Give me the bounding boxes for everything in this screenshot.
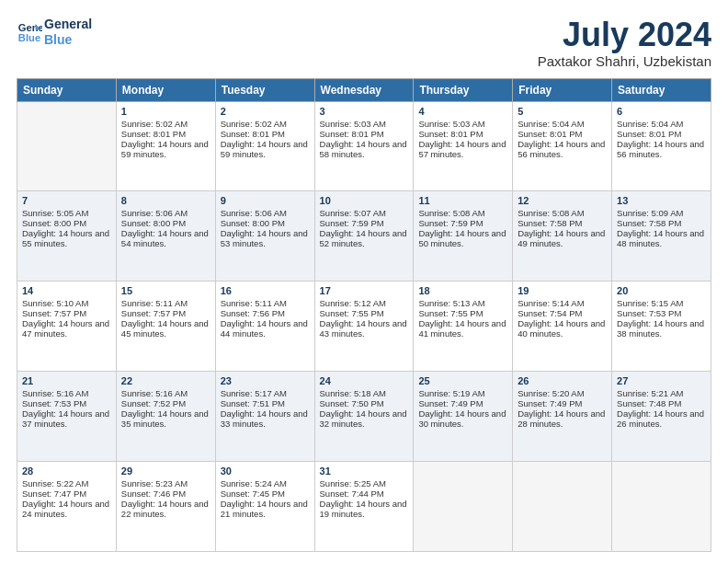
sunrise: Sunrise: 5:06 AM xyxy=(221,208,287,218)
day-number: 31 xyxy=(320,465,409,477)
day-cell: 25 Sunrise: 5:19 AM Sunset: 7:49 PM Dayl… xyxy=(414,372,513,462)
sunrise: Sunrise: 5:11 AM xyxy=(221,298,287,308)
sunrise: Sunrise: 5:21 AM xyxy=(617,388,683,398)
sunset: Sunset: 8:00 PM xyxy=(121,218,186,228)
day-cell: 7 Sunrise: 5:05 AM Sunset: 8:00 PM Dayli… xyxy=(17,191,117,282)
sunset: Sunset: 8:01 PM xyxy=(418,129,483,139)
sunrise: Sunrise: 5:08 AM xyxy=(518,208,584,218)
daylight-label: Daylight: 14 hours and 45 minutes. xyxy=(121,318,209,339)
day-number: 7 xyxy=(22,195,111,206)
daylight-label: Daylight: 14 hours and 49 minutes. xyxy=(518,228,605,248)
header-row: SundayMondayTuesdayWednesdayThursdayFrid… xyxy=(17,78,711,101)
sunset: Sunset: 7:45 PM xyxy=(221,488,285,499)
daylight-label: Daylight: 14 hours and 57 minutes. xyxy=(418,139,506,159)
daylight-label: Daylight: 14 hours and 32 minutes. xyxy=(320,408,407,429)
week-row-4: 21 Sunrise: 5:16 AM Sunset: 7:53 PM Dayl… xyxy=(17,372,711,462)
day-number: 29 xyxy=(121,465,210,477)
daylight-label: Daylight: 14 hours and 24 minutes. xyxy=(22,499,109,519)
sunset: Sunset: 7:56 PM xyxy=(221,308,285,318)
day-cell: 8 Sunrise: 5:06 AM Sunset: 8:00 PM Dayli… xyxy=(116,191,215,282)
daylight-label: Daylight: 14 hours and 56 minutes. xyxy=(518,139,605,159)
sunset: Sunset: 8:00 PM xyxy=(22,218,86,228)
daylight-label: Daylight: 14 hours and 41 minutes. xyxy=(418,318,506,339)
logo: General Blue General Blue xyxy=(17,17,92,48)
sunset: Sunset: 7:52 PM xyxy=(121,398,186,408)
day-cell: 28 Sunrise: 5:22 AM Sunset: 7:47 PM Dayl… xyxy=(17,462,117,552)
day-cell: 24 Sunrise: 5:18 AM Sunset: 7:50 PM Dayl… xyxy=(314,372,414,462)
day-cell: 23 Sunrise: 5:17 AM Sunset: 7:51 PM Dayl… xyxy=(215,372,314,462)
daylight-label: Daylight: 14 hours and 35 minutes. xyxy=(121,408,209,429)
day-number: 28 xyxy=(22,465,111,477)
day-number: 21 xyxy=(22,375,111,386)
sunset: Sunset: 7:55 PM xyxy=(320,308,384,318)
day-number: 13 xyxy=(617,195,706,206)
sunset: Sunset: 7:57 PM xyxy=(121,308,186,318)
day-cell: 1 Sunrise: 5:02 AM Sunset: 8:01 PM Dayli… xyxy=(116,101,215,191)
day-number: 2 xyxy=(221,106,310,117)
daylight-label: Daylight: 14 hours and 28 minutes. xyxy=(518,408,605,429)
column-header-friday: Friday xyxy=(513,78,612,101)
day-cell: 22 Sunrise: 5:16 AM Sunset: 7:52 PM Dayl… xyxy=(116,372,215,462)
daylight-label: Daylight: 14 hours and 40 minutes. xyxy=(518,318,605,339)
sunset: Sunset: 8:01 PM xyxy=(518,129,582,139)
week-row-2: 7 Sunrise: 5:05 AM Sunset: 8:00 PM Dayli… xyxy=(17,191,711,282)
day-cell: 30 Sunrise: 5:24 AM Sunset: 7:45 PM Dayl… xyxy=(215,462,314,552)
sunrise: Sunrise: 5:15 AM xyxy=(617,298,683,308)
daylight-label: Daylight: 14 hours and 44 minutes. xyxy=(221,318,308,339)
column-header-tuesday: Tuesday xyxy=(215,78,314,101)
svg-text:Blue: Blue xyxy=(18,32,40,43)
day-cell: 3 Sunrise: 5:03 AM Sunset: 8:01 PM Dayli… xyxy=(314,101,414,191)
day-number: 15 xyxy=(121,285,210,296)
sunset: Sunset: 7:55 PM xyxy=(418,308,483,318)
daylight-label: Daylight: 14 hours and 37 minutes. xyxy=(22,408,109,429)
day-cell: 27 Sunrise: 5:21 AM Sunset: 7:48 PM Dayl… xyxy=(612,372,711,462)
daylight-label: Daylight: 14 hours and 38 minutes. xyxy=(617,318,704,339)
day-number: 4 xyxy=(418,106,507,117)
day-cell: 2 Sunrise: 5:02 AM Sunset: 8:01 PM Dayli… xyxy=(215,101,314,191)
sunrise: Sunrise: 5:18 AM xyxy=(320,388,386,398)
daylight-label: Daylight: 14 hours and 54 minutes. xyxy=(121,228,209,248)
sunrise: Sunrise: 5:14 AM xyxy=(518,298,584,308)
sunrise: Sunrise: 5:03 AM xyxy=(418,119,484,129)
sunrise: Sunrise: 5:17 AM xyxy=(221,388,287,398)
sunset: Sunset: 7:59 PM xyxy=(320,218,384,228)
month-title: July 2024 xyxy=(538,17,711,53)
sunset: Sunset: 7:51 PM xyxy=(221,398,285,408)
day-cell: 20 Sunrise: 5:15 AM Sunset: 7:53 PM Dayl… xyxy=(612,282,711,372)
sunrise: Sunrise: 5:08 AM xyxy=(418,208,484,218)
day-cell: 31 Sunrise: 5:25 AM Sunset: 7:44 PM Dayl… xyxy=(314,462,414,552)
day-cell: 10 Sunrise: 5:07 AM Sunset: 7:59 PM Dayl… xyxy=(314,191,414,282)
day-number: 23 xyxy=(221,375,310,386)
day-cell xyxy=(513,462,612,552)
week-row-3: 14 Sunrise: 5:10 AM Sunset: 7:57 PM Dayl… xyxy=(17,282,711,372)
header: General Blue General Blue July 2024 Paxt… xyxy=(17,17,711,69)
day-cell: 9 Sunrise: 5:06 AM Sunset: 8:00 PM Dayli… xyxy=(215,191,314,282)
sunset: Sunset: 7:57 PM xyxy=(22,308,86,318)
sunrise: Sunrise: 5:11 AM xyxy=(121,298,188,308)
day-cell: 6 Sunrise: 5:04 AM Sunset: 8:01 PM Dayli… xyxy=(612,101,711,191)
day-number: 9 xyxy=(221,195,310,206)
daylight-label: Daylight: 14 hours and 59 minutes. xyxy=(121,139,209,159)
day-cell: 12 Sunrise: 5:08 AM Sunset: 7:58 PM Dayl… xyxy=(513,191,612,282)
calendar-page: General Blue General Blue July 2024 Paxt… xyxy=(0,0,728,563)
sunrise: Sunrise: 5:24 AM xyxy=(221,478,287,488)
day-cell: 16 Sunrise: 5:11 AM Sunset: 7:56 PM Dayl… xyxy=(215,282,314,372)
day-cell: 14 Sunrise: 5:10 AM Sunset: 7:57 PM Dayl… xyxy=(17,282,117,372)
daylight-label: Daylight: 14 hours and 43 minutes. xyxy=(320,318,407,339)
daylight-label: Daylight: 14 hours and 33 minutes. xyxy=(221,408,308,429)
day-cell: 21 Sunrise: 5:16 AM Sunset: 7:53 PM Dayl… xyxy=(17,372,117,462)
sunrise: Sunrise: 5:06 AM xyxy=(121,208,188,218)
day-cell: 5 Sunrise: 5:04 AM Sunset: 8:01 PM Dayli… xyxy=(513,101,612,191)
title-block: July 2024 Paxtakor Shahri, Uzbekistan xyxy=(538,17,711,69)
sunset: Sunset: 8:01 PM xyxy=(617,129,681,139)
sunrise: Sunrise: 5:23 AM xyxy=(121,478,188,488)
daylight-label: Daylight: 14 hours and 53 minutes. xyxy=(221,228,308,248)
column-header-saturday: Saturday xyxy=(612,78,711,101)
daylight-label: Daylight: 14 hours and 22 minutes. xyxy=(121,499,209,519)
day-number: 17 xyxy=(320,285,409,296)
sunrise: Sunrise: 5:05 AM xyxy=(22,208,88,218)
day-cell: 13 Sunrise: 5:09 AM Sunset: 7:58 PM Dayl… xyxy=(612,191,711,282)
daylight-label: Daylight: 14 hours and 30 minutes. xyxy=(418,408,506,429)
day-cell: 15 Sunrise: 5:11 AM Sunset: 7:57 PM Dayl… xyxy=(116,282,215,372)
sunset: Sunset: 7:58 PM xyxy=(617,218,681,228)
